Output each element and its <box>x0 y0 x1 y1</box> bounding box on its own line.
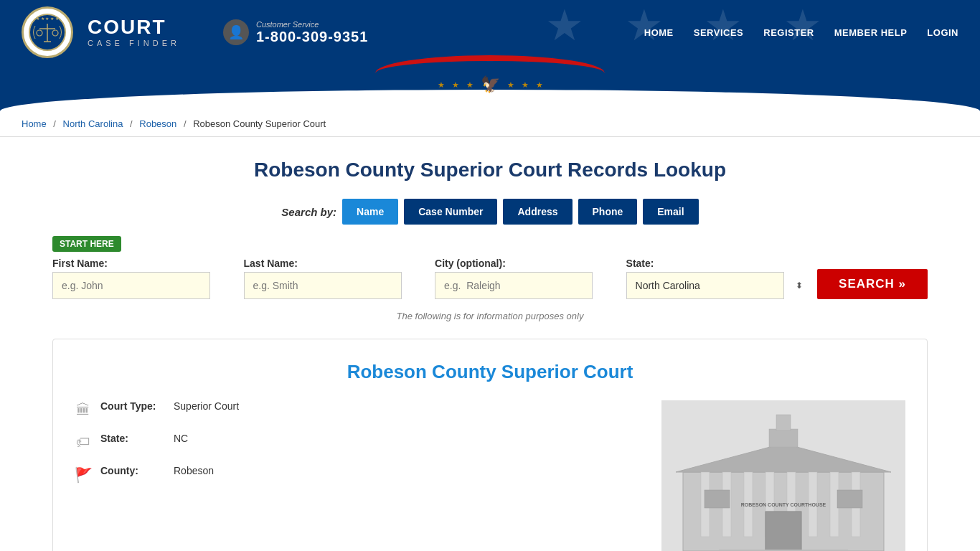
star-right-1: ★ <box>507 80 514 90</box>
cs-label: Customer Service <box>256 20 368 29</box>
phone-icon: 👤 <box>223 19 249 45</box>
search-button[interactable]: SEARCH » <box>817 269 928 299</box>
city-label: City (optional): <box>435 258 618 269</box>
first-name-group: First Name: <box>52 258 235 299</box>
county-icon: 🚩 <box>75 466 92 484</box>
state-detail-value: NC <box>174 433 188 444</box>
breadcrumb-home[interactable]: Home <box>22 118 47 129</box>
tab-name[interactable]: Name <box>342 199 398 225</box>
svg-rect-19 <box>705 490 730 508</box>
main-nav: HOME SERVICES REGISTER MEMBER HELP LOGIN <box>644 27 958 38</box>
state-select-wrapper: North Carolina Alabama Alaska Arizona Ca… <box>626 272 809 299</box>
tab-email[interactable]: Email <box>643 199 698 225</box>
main-content: Robeson County Superior Court Records Lo… <box>31 137 949 551</box>
eagle-icon: 🦅 <box>481 75 500 94</box>
svg-rect-18 <box>765 512 801 551</box>
star-right-3: ★ <box>536 80 543 90</box>
search-by-row: Search by: Name Case Number Address Phon… <box>52 199 928 225</box>
state-label: State: <box>626 258 809 269</box>
svg-text:★ ★ ★ ★ ★: ★ ★ ★ ★ ★ <box>36 17 59 21</box>
nav-services[interactable]: SERVICES <box>694 27 744 38</box>
info-note: The following is for information purpose… <box>52 311 928 321</box>
tab-case-number[interactable]: Case Number <box>404 199 497 225</box>
nav-register[interactable]: REGISTER <box>763 27 814 38</box>
breadcrumb-sep-2: / <box>130 118 133 129</box>
court-info-card: Robeson County Superior Court 🏛 Court Ty… <box>52 339 928 551</box>
svg-rect-20 <box>837 490 862 508</box>
start-here-badge: START HERE <box>52 236 121 252</box>
courthouse-image: ROBESON COUNTY COURTHOUSE <box>661 400 905 551</box>
logo-text: COURT CASE FINDER <box>88 17 180 47</box>
court-type-value: Superior Court <box>174 400 239 412</box>
last-name-input[interactable] <box>244 272 402 299</box>
star-left-3: ★ <box>466 80 473 90</box>
svg-text:ROBESON COUNTY COURTHOUSE: ROBESON COUNTY COURTHOUSE <box>741 502 826 507</box>
court-details-left: 🏛 Court Type: Superior Court 🏷 State: NC… <box>75 400 633 551</box>
state-detail-label: State: <box>100 433 165 444</box>
state-group: State: North Carolina Alabama Alaska Ari… <box>626 258 809 299</box>
court-details-row: 🏛 Court Type: Superior Court 🏷 State: NC… <box>75 400 905 551</box>
state-icon: 🏷 <box>75 434 92 451</box>
logo-badge[interactable]: ★ ★ ★ ★ ★ <box>22 6 73 58</box>
first-name-input[interactable] <box>52 272 210 299</box>
last-name-label: Last Name: <box>244 258 427 269</box>
court-type-label: Court Type: <box>100 400 165 412</box>
first-name-label: First Name: <box>52 258 235 269</box>
star-right-2: ★ <box>522 80 529 90</box>
nav-member-help[interactable]: MEMBER HELP <box>834 27 908 38</box>
svg-rect-22 <box>776 415 791 430</box>
tab-phone[interactable]: Phone <box>578 199 638 225</box>
star-left-1: ★ <box>438 80 445 90</box>
search-form-row: First Name: Last Name: City (optional): … <box>52 258 928 299</box>
search-form-container: START HERE First Name: Last Name: City (… <box>52 236 928 299</box>
state-select[interactable]: North Carolina Alabama Alaska Arizona Ca… <box>626 272 784 299</box>
court-type-icon: 🏛 <box>75 402 92 418</box>
breadcrumb-sep-3: / <box>184 118 187 129</box>
breadcrumb-state[interactable]: North Carolina <box>63 118 123 129</box>
last-name-group: Last Name: <box>244 258 427 299</box>
county-value: Robeson <box>174 465 214 476</box>
star-left-2: ★ <box>452 80 459 90</box>
page-title: Robeson County Superior Court Records Lo… <box>52 159 928 182</box>
logo-subtitle: CASE FINDER <box>88 39 180 47</box>
logo-title: COURT <box>88 17 180 37</box>
county-label: County: <box>100 465 165 476</box>
breadcrumb-current: Robeson County Superior Court <box>193 118 326 129</box>
breadcrumb-bar: Home / North Carolina / Robeson / Robeso… <box>0 111 980 137</box>
state-row: 🏷 State: NC <box>75 433 633 451</box>
nav-home[interactable]: HOME <box>644 27 674 38</box>
customer-service: 👤 Customer Service 1-800-309-9351 <box>223 19 368 45</box>
search-by-label: Search by: <box>281 206 336 218</box>
svg-rect-21 <box>769 429 798 447</box>
breadcrumb-sep-1: / <box>53 118 56 129</box>
county-row: 🚩 County: Robeson <box>75 465 633 484</box>
city-group: City (optional): <box>435 258 618 299</box>
court-card-title: Robeson County Superior Court <box>75 361 905 383</box>
breadcrumb-county[interactable]: Robeson <box>139 118 176 129</box>
tab-address[interactable]: Address <box>503 199 572 225</box>
court-type-row: 🏛 Court Type: Superior Court <box>75 400 633 418</box>
cs-phone: 1-800-309-9351 <box>256 29 368 45</box>
nav-login[interactable]: LOGIN <box>927 27 958 38</box>
city-input[interactable] <box>435 272 593 299</box>
